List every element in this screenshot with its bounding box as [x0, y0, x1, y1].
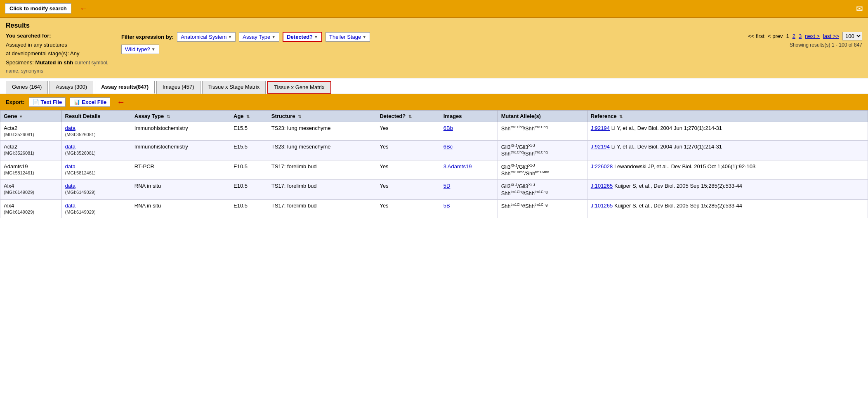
reference-text: Li Y, et al., Dev Biol. 2004 Jun 1;270(1…: [611, 125, 722, 131]
cell-result-details[interactable]: data (MGI:5812461): [61, 160, 131, 180]
filter-wild-type[interactable]: Wild type? ▼: [121, 45, 159, 54]
col-gene[interactable]: Gene ▾: [0, 111, 62, 122]
cell-images[interactable]: 3 Adamts19: [440, 160, 498, 180]
export-excel-file[interactable]: 📊 Excel File: [70, 97, 110, 107]
cell-detected: Yes: [376, 180, 440, 200]
cell-structure: TS17: forelimb bud: [268, 180, 376, 200]
pagination-first[interactable]: << first: [748, 33, 764, 39]
filter-label: Filter expression by:: [121, 34, 174, 40]
cell-reference[interactable]: J:92194 Li Y, et al., Dev Biol. 2004 Jun…: [587, 141, 868, 160]
reference-text: Kuijper S, et al., Dev Biol. 2005 Sep 15…: [614, 203, 742, 209]
result-details-link[interactable]: data: [65, 183, 75, 189]
cell-result-details[interactable]: data (MGI:3526081): [61, 122, 131, 141]
cell-result-details[interactable]: data (MGI:3526081): [61, 141, 131, 160]
pagination-page1: 1: [786, 33, 789, 39]
filter-anatomical-system[interactable]: Anatomical System ▼: [177, 32, 236, 42]
cell-reference[interactable]: J:226028 Lewandowski JP, et al., Dev Bio…: [587, 160, 868, 180]
reference-link[interactable]: J:92194: [591, 125, 610, 131]
col-mutant-alleles: Mutant Allele(s): [498, 111, 587, 122]
tab-assay-results[interactable]: Assay results(847): [95, 81, 155, 94]
table-row: Adamts19 (MGI:5812461) data (MGI:5812461…: [0, 160, 868, 180]
reference-link[interactable]: J:101265: [591, 183, 613, 189]
cell-age: E15.5: [230, 141, 268, 160]
image-link[interactable]: 5D: [443, 183, 451, 189]
cell-age: E10.5: [230, 199, 268, 218]
tabs-bar: Genes (164) Assays (300) Assay results(8…: [0, 78, 868, 94]
image-link[interactable]: 6Bb: [443, 125, 453, 131]
reference-text: Lewandowski JP, et al., Dev Biol. 2015 O…: [614, 163, 755, 170]
pagination-prev[interactable]: < prev: [768, 33, 783, 39]
tab-genes[interactable]: Genes (164): [6, 81, 48, 94]
cell-result-details[interactable]: data (MGI:6149029): [61, 199, 131, 218]
cell-structure: TS23: lung mesenchyme: [268, 122, 376, 141]
reference-link[interactable]: J:92194: [591, 144, 610, 150]
cell-mutant-alleles: Shhtm1Chg/Shhtm1Chg: [498, 122, 587, 141]
pagination-area: << first < prev 1 2 3 next > last >> 100…: [738, 32, 862, 48]
cell-images[interactable]: 6Bb: [440, 122, 498, 141]
gene-mgi: (MGI:6149029): [4, 210, 34, 214]
cell-images[interactable]: 6Bc: [440, 141, 498, 160]
cell-assay-type: RT-PCR: [131, 160, 230, 180]
tab-tissue-gene[interactable]: Tissue x Gene Matrix: [267, 81, 331, 94]
export-label: Export:: [6, 99, 25, 105]
gene-mgi: (MGI:5812461): [4, 170, 34, 175]
col-detected[interactable]: Detected? ⇅: [376, 111, 440, 122]
export-text-file[interactable]: 📄 Text File: [29, 97, 66, 107]
gene-name: Adamts19: [4, 163, 28, 170]
col-reference[interactable]: Reference ⇅: [587, 111, 868, 122]
image-link[interactable]: 6Bc: [443, 144, 453, 150]
gene-mgi: (MGI:3526081): [4, 151, 34, 156]
pagination-next[interactable]: next >: [805, 33, 820, 39]
cell-mutant-alleles: Gli3Xt-J/Gli3Xt-JShhtm1Amc/Shhtm1Amc: [498, 160, 587, 180]
result-details-link[interactable]: data: [65, 163, 75, 170]
cell-assay-type: RNA in situ: [131, 180, 230, 200]
cell-images[interactable]: 5B: [440, 199, 498, 218]
cell-reference[interactable]: J:101265 Kuijper S, et al., Dev Biol. 20…: [587, 180, 868, 200]
result-details-link[interactable]: data: [65, 203, 75, 209]
cell-images[interactable]: 5D: [440, 180, 498, 200]
reference-link[interactable]: J:101265: [591, 203, 613, 209]
image-link[interactable]: 3 Adamts19: [443, 163, 472, 170]
filter-detected[interactable]: Detected? ▼: [283, 32, 322, 42]
col-result-details: Result Details: [61, 111, 131, 122]
col-structure[interactable]: Structure ⇅: [268, 111, 376, 122]
cell-reference[interactable]: J:101265 Kuijper S, et al., Dev Biol. 20…: [587, 199, 868, 218]
reference-text: Li Y, et al., Dev Biol. 2004 Jun 1;270(1…: [611, 144, 722, 150]
cell-gene: Adamts19 (MGI:5812461): [0, 160, 62, 180]
tab-assays[interactable]: Assays (300): [50, 81, 93, 94]
result-details-link[interactable]: data: [65, 144, 75, 150]
result-details-link[interactable]: data: [65, 125, 75, 131]
searched-for-label: You searched for:: [6, 33, 51, 39]
cell-detected: Yes: [376, 160, 440, 180]
per-page-select[interactable]: 100 50 25: [842, 32, 862, 40]
col-assay-type[interactable]: Assay Type ⇅: [131, 111, 230, 122]
filter-assay-type[interactable]: Assay Type ▼: [239, 32, 279, 42]
modify-search-button[interactable]: Click to modify search: [5, 3, 71, 14]
cell-assay-type: RNA in situ: [131, 199, 230, 218]
filter-theiler-stage[interactable]: Theiler Stage ▼: [326, 32, 370, 42]
cell-result-details[interactable]: data (MGI:6149029): [61, 180, 131, 200]
tab-images[interactable]: Images (457): [156, 81, 200, 94]
table-row: Alx4 (MGI:6149029) data (MGI:6149029) RN…: [0, 180, 868, 200]
cell-reference[interactable]: J:92194 Li Y, et al., Dev Biol. 2004 Jun…: [587, 122, 868, 141]
tab-tissue-stage[interactable]: Tissue x Stage Matrix: [202, 81, 266, 94]
col-age[interactable]: Age ⇅: [230, 111, 268, 122]
search-info: You searched for: Assayed in any structu…: [6, 32, 113, 75]
pagination-page2[interactable]: 2: [793, 33, 795, 39]
envelope-icon[interactable]: ✉: [856, 4, 863, 14]
cell-assay-type: Immunohistochemistry: [131, 122, 230, 141]
cell-assay-type: Immunohistochemistry: [131, 141, 230, 160]
top-bar: Click to modify search ← ✉: [0, 0, 868, 18]
pagination-page3[interactable]: 3: [799, 33, 802, 39]
results-title: Results: [6, 22, 862, 29]
reference-link[interactable]: J:226028: [591, 163, 613, 170]
pagination-last[interactable]: last >>: [823, 33, 839, 39]
gene-name: Acta2: [4, 125, 17, 131]
cell-detected: Yes: [376, 122, 440, 141]
cell-gene: Alx4 (MGI:6149029): [0, 180, 62, 200]
col-images: Images: [440, 111, 498, 122]
export-arrow: ←: [117, 97, 125, 107]
table-row: Alx4 (MGI:6149029) data (MGI:6149029) RN…: [0, 199, 868, 218]
gene-name: Alx4: [4, 203, 14, 209]
image-link[interactable]: 5B: [443, 203, 450, 209]
